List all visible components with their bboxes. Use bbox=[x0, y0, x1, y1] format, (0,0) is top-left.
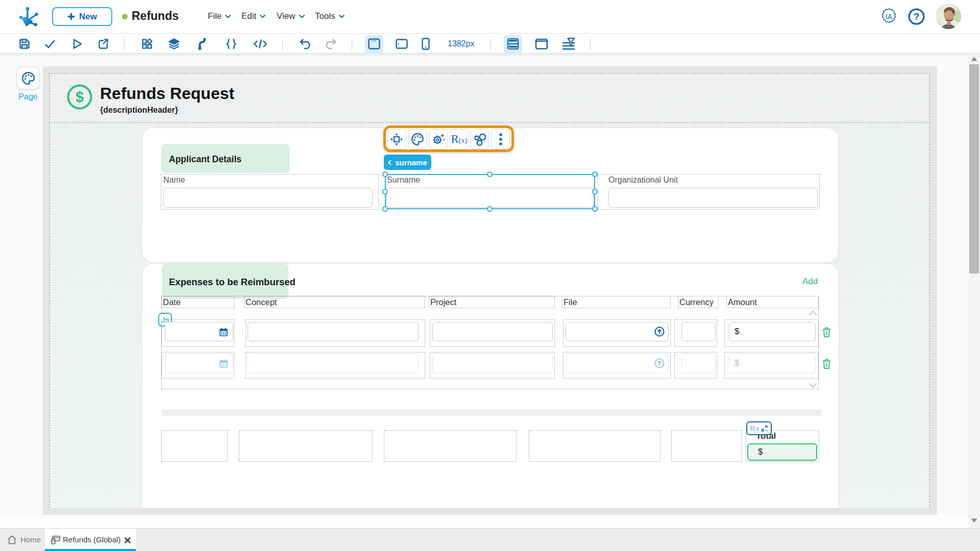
svg-text:?: ? bbox=[914, 11, 920, 22]
svg-text:$: $ bbox=[76, 89, 84, 105]
svg-text:a: a bbox=[761, 427, 765, 432]
svg-text:IA: IA bbox=[886, 13, 893, 21]
